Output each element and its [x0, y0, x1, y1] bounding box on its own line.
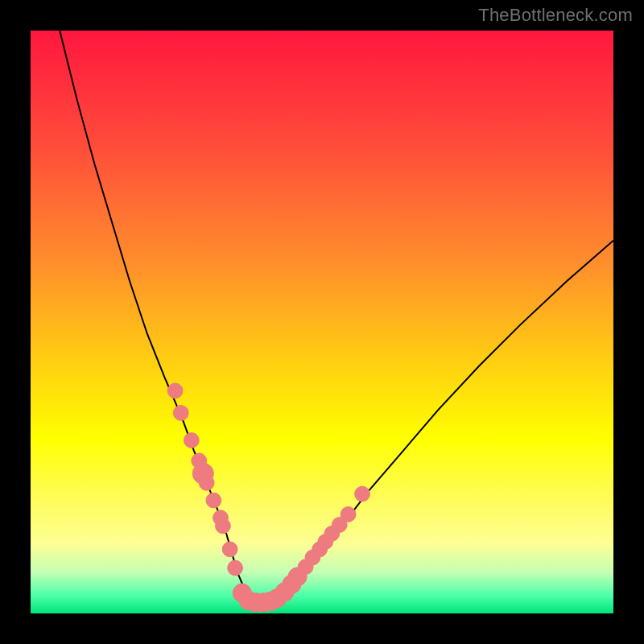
data-marker	[206, 493, 221, 508]
data-marker	[222, 542, 237, 557]
data-marker	[173, 406, 188, 421]
data-marker	[184, 433, 199, 448]
watermark-text: TheBottleneck.com	[478, 5, 633, 26]
curve-layer	[31, 31, 613, 613]
data-marker	[167, 383, 183, 398]
data-marker	[355, 486, 370, 502]
bottleneck-curve	[60, 31, 613, 602]
data-marker	[228, 560, 243, 576]
data-marker	[199, 475, 214, 490]
data-markers	[167, 383, 369, 612]
chart-frame: TheBottleneck.com	[0, 0, 644, 644]
plot-area	[31, 31, 613, 613]
data-marker	[216, 518, 231, 534]
data-marker	[341, 507, 356, 522]
